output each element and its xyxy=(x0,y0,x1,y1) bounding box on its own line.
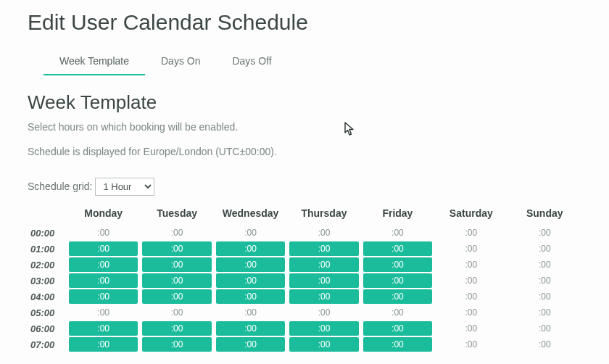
tab-week-template[interactable]: Week Template xyxy=(44,49,145,75)
schedule-slot[interactable]: :00 xyxy=(142,257,211,272)
schedule-slot[interactable]: :00 xyxy=(510,289,579,304)
tab-days-on[interactable]: Days On xyxy=(145,49,216,75)
schedule-row: 01:00:00:00:00:00:00:00:00 xyxy=(28,241,581,257)
day-header: Thursday xyxy=(287,204,360,225)
schedule-slot[interactable]: :00 xyxy=(363,257,432,272)
schedule-slot[interactable]: :00 xyxy=(142,241,211,256)
schedule-table: MondayTuesdayWednesdayThursdayFridaySatu… xyxy=(28,204,581,352)
timezone-note: Schedule is displayed for Europe/London … xyxy=(28,146,581,157)
schedule-slot[interactable]: :00 xyxy=(69,273,138,288)
day-header: Friday xyxy=(361,204,434,225)
schedule-slot[interactable]: :00 xyxy=(142,273,211,288)
schedule-slot[interactable]: :00 xyxy=(363,305,432,320)
schedule-slot[interactable]: :00 xyxy=(216,241,285,256)
schedule-row: 07:00:00:00:00:00:00:00:00 xyxy=(28,336,581,352)
schedule-slot[interactable]: :00 xyxy=(436,226,505,240)
schedule-slot[interactable]: :00 xyxy=(363,226,432,240)
schedule-slot[interactable]: :00 xyxy=(436,273,505,288)
schedule-slot[interactable]: :00 xyxy=(216,273,285,288)
tab-bar: Week TemplateDays OnDays Off xyxy=(44,49,581,75)
page-title: Edit User Calendar Schedule xyxy=(28,10,581,35)
schedule-slot[interactable]: :00 xyxy=(436,321,505,336)
day-header: Saturday xyxy=(434,204,508,225)
schedule-slot[interactable]: :00 xyxy=(289,257,358,272)
schedule-slot[interactable]: :00 xyxy=(69,226,138,240)
time-label: 07:00 xyxy=(28,336,67,352)
time-label: 01:00 xyxy=(28,241,67,257)
schedule-row: 03:00:00:00:00:00:00:00:00 xyxy=(28,273,581,289)
schedule-slot[interactable]: :00 xyxy=(289,241,358,256)
schedule-slot[interactable]: :00 xyxy=(363,289,432,304)
schedule-slot[interactable]: :00 xyxy=(510,257,579,272)
schedule-slot[interactable]: :00 xyxy=(363,273,432,288)
time-label: 05:00 xyxy=(28,305,67,320)
time-label: 03:00 xyxy=(28,273,67,289)
schedule-row: 02:00:00:00:00:00:00:00:00 xyxy=(28,257,581,273)
schedule-slot[interactable]: :00 xyxy=(289,226,358,240)
tab-days-off[interactable]: Days Off xyxy=(216,49,287,75)
schedule-slot[interactable]: :00 xyxy=(142,226,211,240)
schedule-slot[interactable]: :00 xyxy=(69,337,138,352)
schedule-slot[interactable]: :00 xyxy=(142,305,211,320)
schedule-slot[interactable]: :00 xyxy=(69,321,138,336)
schedule-slot[interactable]: :00 xyxy=(363,321,432,336)
time-label: 02:00 xyxy=(28,257,67,273)
schedule-slot[interactable]: :00 xyxy=(289,305,358,320)
section-title: Week Template xyxy=(28,91,581,114)
schedule-slot[interactable]: :00 xyxy=(363,337,432,352)
day-header: Tuesday xyxy=(140,204,213,225)
schedule-slot[interactable]: :00 xyxy=(436,337,505,352)
schedule-slot[interactable]: :00 xyxy=(289,273,358,288)
schedule-slot[interactable]: :00 xyxy=(69,241,138,256)
schedule-slot[interactable]: :00 xyxy=(216,226,285,240)
schedule-slot[interactable]: :00 xyxy=(363,241,432,256)
schedule-slot[interactable]: :00 xyxy=(69,257,138,272)
time-label: 06:00 xyxy=(28,320,67,336)
day-header: Monday xyxy=(67,204,140,225)
schedule-slot[interactable]: :00 xyxy=(436,305,505,320)
schedule-slot[interactable]: :00 xyxy=(510,273,579,288)
schedule-grid-control: Schedule grid: 1 Hour xyxy=(28,178,581,196)
schedule-slot[interactable]: :00 xyxy=(510,337,579,352)
schedule-slot[interactable]: :00 xyxy=(289,289,358,304)
schedule-slot[interactable]: :00 xyxy=(142,337,211,352)
schedule-slot[interactable]: :00 xyxy=(289,337,358,352)
schedule-slot[interactable]: :00 xyxy=(436,241,505,256)
schedule-row: 00:00:00:00:00:00:00:00:00 xyxy=(28,225,581,241)
helper-text: Select hours on which booking will be en… xyxy=(28,121,581,133)
schedule-row: 06:00:00:00:00:00:00:00:00 xyxy=(28,320,581,336)
time-label: 00:00 xyxy=(28,225,67,241)
schedule-slot[interactable]: :00 xyxy=(216,257,285,272)
schedule-slot[interactable]: :00 xyxy=(289,321,358,336)
day-header: Sunday xyxy=(508,204,581,225)
schedule-slot[interactable]: :00 xyxy=(510,305,579,320)
schedule-slot[interactable]: :00 xyxy=(216,337,285,352)
schedule-slot[interactable]: :00 xyxy=(69,305,138,320)
schedule-slot[interactable]: :00 xyxy=(142,289,211,304)
schedule-slot[interactable]: :00 xyxy=(436,257,505,272)
schedule-slot[interactable]: :00 xyxy=(216,305,285,320)
schedule-slot[interactable]: :00 xyxy=(436,289,505,304)
schedule-slot[interactable]: :00 xyxy=(510,321,579,336)
schedule-slot[interactable]: :00 xyxy=(142,321,211,336)
schedule-slot[interactable]: :00 xyxy=(216,321,285,336)
schedule-slot[interactable]: :00 xyxy=(510,241,579,256)
schedule-row: 04:00:00:00:00:00:00:00:00 xyxy=(28,289,581,305)
schedule-slot[interactable]: :00 xyxy=(510,226,579,240)
time-label: 04:00 xyxy=(28,289,67,305)
schedule-slot[interactable]: :00 xyxy=(216,289,285,304)
schedule-slot[interactable]: :00 xyxy=(69,289,138,304)
schedule-grid-select[interactable]: 1 Hour xyxy=(95,178,154,196)
day-header: Wednesday xyxy=(214,204,287,225)
schedule-row: 05:00:00:00:00:00:00:00:00 xyxy=(28,305,581,320)
schedule-grid-label: Schedule grid: xyxy=(28,181,93,192)
